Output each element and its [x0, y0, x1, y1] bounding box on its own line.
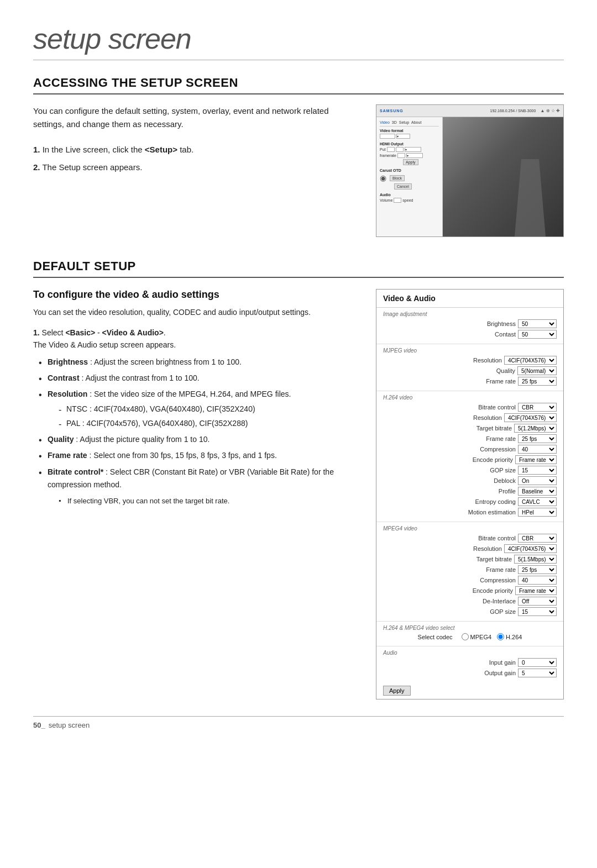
- step-1: 1. In the Live screen, click the <Setup>…: [33, 143, 359, 156]
- va-h264-profile-select[interactable]: Baseline: [518, 487, 557, 496]
- menu-setup: Setup: [399, 120, 409, 124]
- step-num-2: 2.: [33, 162, 40, 172]
- va-h264-motion-select[interactable]: HPel: [518, 508, 557, 517]
- va-input-gain-label: Input gain: [460, 659, 516, 666]
- va-section-audio: Audio Input gain 0 Output gain 5: [376, 646, 563, 682]
- audio-speed-lbl: speed: [402, 198, 413, 202]
- va-h264-entropy-label: Entropy coding: [460, 498, 516, 505]
- va-mpeg4-deint-row: De-Interlace Off: [383, 597, 557, 606]
- footer-label: setup screen: [49, 721, 90, 729]
- va-codec-h264-label[interactable]: H.264: [497, 633, 522, 640]
- sid-menu-row: Video 3D Setup About: [380, 120, 439, 127]
- bullet-contrast: Contrast : Adjust the contrast from 1 to…: [39, 372, 359, 385]
- va-mjpeg-fps-row: Frame rate 25 fps: [383, 377, 557, 386]
- carust-label: Carust OTD: [380, 169, 439, 172]
- va-mjpeg-label: MJPEG video: [383, 348, 557, 354]
- sid-video-format: Video format ▾: [380, 129, 439, 139]
- va-input-gain-select[interactable]: 0: [518, 658, 557, 667]
- va-h264-comp-select[interactable]: 40: [518, 445, 557, 454]
- framerate-input: [397, 153, 405, 158]
- va-mjpeg-res-select[interactable]: 4CIF(704X576): [504, 356, 557, 365]
- va-codec-h264-radio[interactable]: [497, 633, 504, 640]
- vid-format-input: [380, 134, 395, 139]
- bullet-quality: Quality : Adjust the picture quality fro…: [39, 433, 359, 446]
- va-codec-mpeg4-label[interactable]: MPEG4: [462, 633, 492, 640]
- camera-sidebar: Video 3D Setup About Video format ▾: [376, 117, 443, 236]
- va-h264-comp-label: Compression: [460, 446, 516, 453]
- va-h264-entropy-select[interactable]: CAVLC: [518, 497, 557, 506]
- va-mpeg4-fps-select[interactable]: 25 fps: [518, 565, 557, 574]
- menu-3d: 3D: [392, 120, 397, 124]
- va-mpeg4-target-label: Target bitrate: [457, 556, 512, 562]
- va-mpeg4-comp-select[interactable]: 40: [518, 576, 557, 585]
- va-output-gain-select[interactable]: 5: [518, 669, 557, 677]
- step-2-text: The Setup screen appears.: [42, 162, 142, 172]
- va-mpeg4-gop-row: GOP size 15: [383, 607, 557, 616]
- configure-layout: To configure the video & audio settings …: [33, 289, 564, 699]
- va-h264-deblock-select[interactable]: On: [518, 476, 557, 485]
- title-divider: [33, 60, 564, 60]
- va-h264-target-select[interactable]: 5(1.2Mbps): [514, 424, 557, 433]
- va-h264-fps-select[interactable]: 25 fps: [518, 434, 557, 443]
- hdmi-framerate-row: framerate ▾: [380, 153, 439, 158]
- va-mpeg4-gop-select[interactable]: 15: [518, 607, 557, 616]
- va-contrast-select[interactable]: 50: [518, 330, 557, 339]
- va-contrast-label: Contast: [460, 331, 516, 338]
- configure-subsection-title: To configure the video & audio settings: [33, 289, 359, 301]
- va-mpeg4-res-select[interactable]: 4CIF(704X576): [504, 544, 557, 553]
- resolution-sub-list: NTSC : 4CIF(704x480), VGA(640X480), CIF(…: [48, 403, 359, 430]
- configure-text-col: To configure the video & audio settings …: [33, 289, 359, 512]
- va-audio-section-label: Audio: [383, 650, 557, 656]
- sid-hdmi-output: HDMI Output Put ▾ framerate ▾: [380, 142, 439, 165]
- va-h264-profile-row: Profile Baseline: [383, 487, 557, 496]
- steps-list: 1. In the Live screen, click the <Setup>…: [33, 143, 359, 174]
- va-h264-enc-label: Encode priority: [458, 456, 513, 463]
- va-codec-mpeg4-radio[interactable]: [462, 633, 469, 640]
- va-mjpeg-quality-select[interactable]: 5(Normal): [517, 366, 557, 375]
- va-section-image-adj: Image adjustment Brightness 50 Contast 5…: [376, 308, 563, 344]
- hdmi-label: HDMI Output: [380, 142, 439, 146]
- hdmi-input2: [396, 147, 404, 152]
- carust-btn2[interactable]: Cancel: [394, 183, 412, 190]
- res-pal: PAL : 4CIF(704x576), VGA(640X480), CIF(3…: [59, 417, 359, 430]
- va-apply-button[interactable]: Apply: [383, 686, 411, 696]
- va-mpeg4-enc-select[interactable]: Frame rate: [515, 586, 557, 595]
- va-h264-fps-row: Frame rate 25 fps: [383, 434, 557, 443]
- hdmi-apply-row: Apply: [380, 159, 439, 165]
- va-h264-bitrate-select[interactable]: CBR: [518, 403, 557, 412]
- va-h264-gop-select[interactable]: 15: [518, 466, 557, 475]
- audio-vol-input: [394, 198, 401, 203]
- sid-carust: Carust OTD ◉ Block Cancel: [380, 169, 439, 190]
- carust-icon: ◉: [380, 173, 386, 182]
- audio-row: Volume speed: [380, 198, 439, 203]
- va-brightness-select[interactable]: 50: [518, 319, 557, 328]
- res-ntsc: NTSC : 4CIF(704x480), VGA(640X480), CIF(…: [59, 403, 359, 415]
- hdmi-apply-btn[interactable]: Apply: [403, 159, 418, 165]
- hdmi-row: Put ▾: [380, 147, 439, 152]
- va-codec-radio-row: Select codec MPEG4 H.264: [383, 633, 557, 640]
- va-h264-res-row: Resolution 4CIF(704X576): [383, 413, 557, 422]
- bullet-framerate: Frame rate : Select one from 30 fps, 15 …: [39, 449, 359, 462]
- camera-main-view: [443, 117, 563, 236]
- section-default-setup: DEFAULT SETUP To configure the video & a…: [33, 259, 564, 699]
- va-h264-enc-select[interactable]: Frame rate: [515, 455, 557, 464]
- va-h264-res-select[interactable]: 4CIF(704X576): [504, 413, 557, 422]
- bitrate-note-list: If selecting VBR, you can not set the ta…: [48, 496, 359, 507]
- va-mpeg4-enc-label: Encode priority: [458, 587, 513, 594]
- vid-format-label: Video format: [380, 129, 439, 133]
- va-h264-motion-row: Motion estimation HPel: [383, 508, 557, 517]
- va-mpeg4-bitrate-select[interactable]: CBR: [518, 534, 557, 543]
- carust-btn1[interactable]: Block: [390, 175, 405, 181]
- page-title: setup screen: [33, 22, 564, 55]
- camera-screenshot: SAMSUNG 192.168.0.254 / SNB-3000 ▲ ⊕ ☆ ✚…: [376, 104, 564, 237]
- camera-address: 192.168.0.254 / SNB-3000: [490, 109, 536, 113]
- section-accessing: ACCESSING THE SETUP SCREEN You can confi…: [33, 76, 564, 237]
- va-mjpeg-quality-row: Quality 5(Normal): [383, 366, 557, 375]
- va-mpeg4-target-select[interactable]: 5(1.5Mbps): [514, 555, 557, 564]
- framerate-lbl: framerate: [380, 154, 396, 157]
- configure-step1-sub: The Video & Audio setup screen appears.: [33, 340, 176, 349]
- intro-paragraph: You can configure the default setting, s…: [33, 104, 354, 131]
- va-mpeg4-deint-select[interactable]: Off: [518, 597, 557, 606]
- section-heading-default: DEFAULT SETUP: [33, 259, 564, 278]
- va-mjpeg-fps-select[interactable]: 25 fps: [518, 377, 557, 386]
